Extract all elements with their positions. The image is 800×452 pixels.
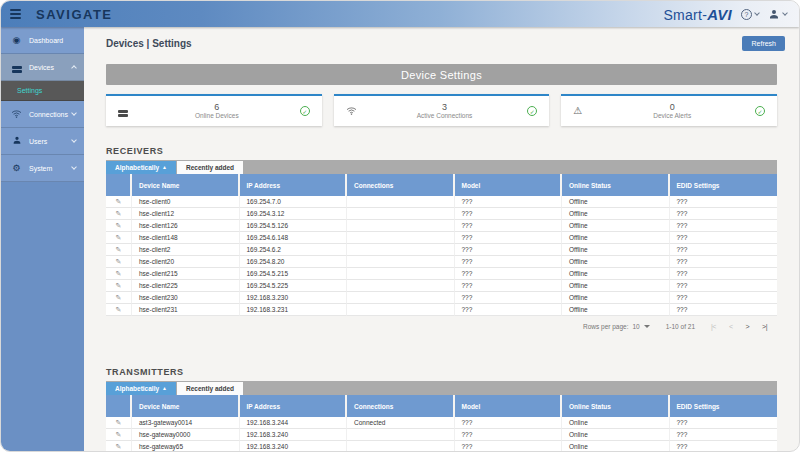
tab-recently-added[interactable]: Recently added [177,382,243,395]
edit-icon[interactable]: ✎ [116,282,122,289]
menu-icon[interactable] [10,9,21,19]
edit-icon[interactable]: ✎ [116,270,122,277]
chevron-up-icon [71,65,77,71]
edit-icon[interactable]: ✎ [116,210,122,217]
table-cell: ✎ [106,256,132,268]
table-cell [347,292,455,304]
top-bar: SAVIGATE Smart-AVI ? [1,1,799,27]
receivers-title: RECEIVERS [106,146,777,156]
edit-icon[interactable]: ✎ [116,246,122,253]
table-row: ✎hse-gateway0000192.168.3.240???Online??… [106,429,777,441]
sidebar-item-users[interactable]: Users [1,128,84,155]
last-page-button[interactable]: >| [762,323,767,330]
column-header: EDID Settings [670,174,778,196]
stat-label: Active Connections [362,112,528,119]
sidebar-item-system[interactable]: ⚙ System [1,155,84,182]
table-cell: ??? [455,256,563,268]
transmitters-title: TRANSMITTERS [106,367,777,377]
table-cell: Offline [562,292,670,304]
table-cell: ✎ [106,232,132,244]
table-cell: 192.168.3.244 [240,417,348,429]
sidebar-item-connections[interactable]: Connections [1,101,84,128]
table-cell: hse-client12 [132,208,240,220]
table-cell: ??? [455,220,563,232]
edit-icon[interactable]: ✎ [116,431,122,438]
table-row: ✎hse-client148169.254.6.148???Offline??? [106,232,777,244]
table-cell: ??? [455,292,563,304]
table-cell: Offline [562,280,670,292]
help-button[interactable]: ? [741,9,759,20]
sidebar-item-dashboard[interactable]: ◉ Dashboard [1,27,84,54]
refresh-button[interactable]: Refresh [742,36,785,51]
edit-icon[interactable]: ✎ [116,222,122,229]
device-settings-header: Device Settings [106,64,777,85]
tab-recently-added[interactable]: Recently added [177,161,243,174]
table-cell [347,208,455,220]
alert-icon: ⚠ [573,106,589,116]
help-icon: ? [741,9,752,20]
column-header: IP Address [240,174,348,196]
table-cell: ??? [670,208,778,220]
column-header: IP Address [240,395,348,417]
table-cell: ??? [670,417,778,429]
stat-label: Device Alerts [589,112,755,119]
table-cell [347,441,455,452]
column-header: Online Status [562,395,670,417]
table-cell [347,244,455,256]
tab-alphabetically[interactable]: Alphabetically▲ [106,161,176,174]
table-cell [347,256,455,268]
table-cell: 169.254.5.215 [240,268,348,280]
table-cell [347,220,455,232]
column-header: Connections [347,395,455,417]
rows-per-page-select[interactable]: Rows per page: 10 [583,323,650,330]
table-row: ✎hse-gateway65192.168.3.240???Online??? [106,441,777,452]
tab-alphabetically[interactable]: Alphabetically▲ [106,382,176,395]
user-menu-button[interactable] [768,8,787,20]
table-cell: 169.254.6.148 [240,232,348,244]
table-row: ✎hse-client20169.254.8.20???Offline??? [106,256,777,268]
table-cell: 169.254.5.126 [240,220,348,232]
devices-icon [118,105,134,117]
table-cell: ast3-gateway0014 [132,417,240,429]
table-cell: ✎ [106,429,132,441]
table-cell: hse-client126 [132,220,240,232]
table-cell: ✎ [106,417,132,429]
sidebar-item-devices-settings[interactable]: Settings [1,81,84,101]
table-cell: ✎ [106,292,132,304]
table-cell: 192.168.3.240 [240,441,348,452]
table-cell: ✎ [106,441,132,452]
status-ok-icon: ✓ [755,106,765,116]
table-cell: Offline [562,232,670,244]
table-cell: 192.168.3.240 [240,429,348,441]
next-page-button[interactable]: > [746,323,750,330]
table-cell: ??? [670,268,778,280]
stat-card-online-devices: 6 Online Devices ✓ [106,94,322,126]
table-row: ✎hse-client231192.168.3.231???Offline??? [106,304,777,316]
edit-icon[interactable]: ✎ [116,443,122,450]
table-cell: ??? [670,256,778,268]
table-cell: ??? [670,429,778,441]
wifi-icon [10,109,23,120]
sidebar-item-devices[interactable]: Devices [1,54,84,81]
table-cell: Online [562,429,670,441]
edit-icon[interactable]: ✎ [116,258,122,265]
table-cell: hse-client230 [132,292,240,304]
first-page-button[interactable]: |< [711,323,716,330]
table-cell: hse-client2 [132,244,240,256]
edit-icon[interactable]: ✎ [116,198,122,205]
edit-icon[interactable]: ✎ [116,419,122,426]
chevron-down-icon [644,325,650,328]
table-cell [347,304,455,316]
column-header: EDID Settings [670,395,778,417]
table-cell: 192.168.3.230 [240,292,348,304]
users-icon [10,135,23,147]
table-cell: hse-client215 [132,268,240,280]
edit-icon[interactable]: ✎ [116,306,122,313]
topbar-actions: Smart-AVI ? [663,6,787,23]
edit-icon[interactable]: ✎ [116,234,122,241]
prev-page-button[interactable]: < [729,323,733,330]
table-cell: Offline [562,244,670,256]
status-ok-icon: ✓ [300,106,310,116]
edit-icon[interactable]: ✎ [116,294,122,301]
table-row: ✎hse-client0169.254.7.0???Offline??? [106,196,777,208]
